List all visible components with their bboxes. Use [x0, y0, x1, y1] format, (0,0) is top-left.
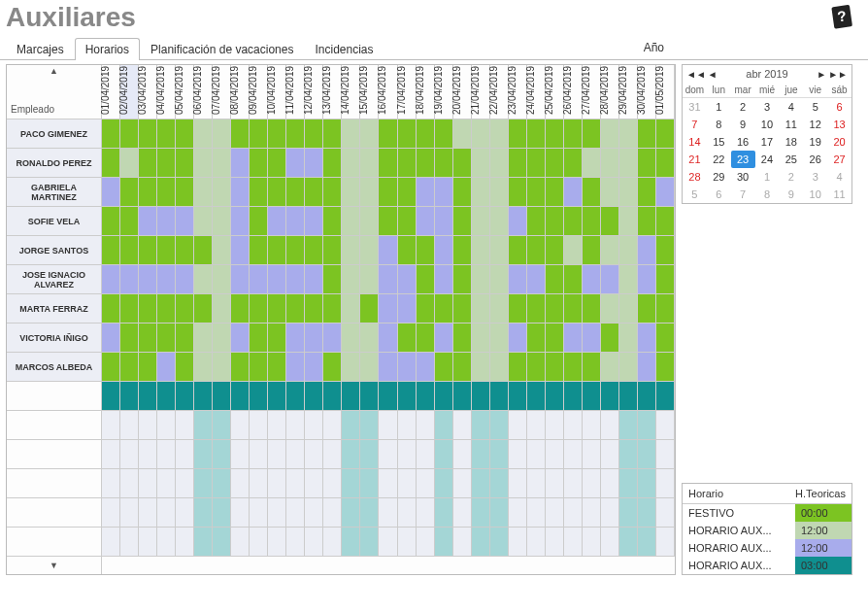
schedule-cell[interactable]	[656, 178, 675, 207]
schedule-cell[interactable]	[472, 440, 490, 469]
schedule-cell[interactable]	[194, 207, 213, 236]
schedule-cell[interactable]	[286, 178, 305, 207]
schedule-cell[interactable]	[305, 498, 323, 528]
schedule-cell[interactable]	[490, 528, 509, 557]
schedule-cell[interactable]	[176, 382, 194, 411]
schedule-cell[interactable]	[360, 294, 379, 324]
calendar-day[interactable]: 1	[707, 98, 731, 116]
schedule-cell[interactable]	[490, 236, 509, 265]
schedule-cell[interactable]	[398, 411, 417, 440]
schedule-cell[interactable]	[250, 353, 268, 382]
date-header[interactable]: 21/04/2019	[472, 65, 490, 119]
schedule-cell[interactable]	[435, 149, 453, 178]
schedule-cell[interactable]	[490, 498, 509, 528]
schedule-cell[interactable]	[546, 324, 564, 353]
schedule-cell[interactable]	[379, 528, 397, 557]
schedule-cell[interactable]	[490, 411, 509, 440]
schedule-cell[interactable]	[213, 236, 231, 265]
schedule-cell[interactable]	[509, 178, 527, 207]
schedule-cell[interactable]	[564, 411, 583, 440]
employee-cell[interactable]: GABRIELA MARTINEZ	[7, 178, 102, 207]
schedule-cell[interactable]	[102, 324, 120, 353]
schedule-cell[interactable]	[194, 119, 213, 149]
calendar-day[interactable]: 15	[707, 133, 731, 151]
schedule-cell[interactable]	[490, 265, 509, 294]
calendar-day[interactable]: 5	[683, 186, 707, 203]
tab-horarios[interactable]: Horarios	[75, 38, 140, 60]
legend-name[interactable]: HORARIO AUX...	[683, 522, 795, 539]
help-icon[interactable]: ?	[829, 2, 858, 31]
schedule-cell[interactable]	[305, 324, 323, 353]
calendar-day[interactable]: 17	[755, 133, 780, 151]
schedule-cell[interactable]	[656, 528, 675, 557]
schedule-cell[interactable]	[194, 324, 213, 353]
date-header[interactable]: 19/04/2019	[435, 65, 453, 119]
schedule-cell[interactable]	[360, 382, 379, 411]
schedule-cell[interactable]	[435, 178, 453, 207]
schedule-cell[interactable]	[139, 382, 157, 411]
employee-cell[interactable]: MARTA FERRAZ	[7, 294, 102, 324]
schedule-cell[interactable]	[472, 324, 490, 353]
schedule-cell[interactable]	[546, 149, 564, 178]
calendar-day[interactable]: 31	[683, 98, 707, 116]
employee-cell[interactable]: PACO GIMENEZ	[7, 119, 102, 149]
schedule-cell[interactable]	[527, 382, 546, 411]
schedule-cell[interactable]	[323, 207, 342, 236]
scroll-down-icon[interactable]: ▼	[7, 557, 102, 574]
schedule-cell[interactable]	[509, 207, 527, 236]
schedule-cell[interactable]	[638, 265, 656, 294]
schedule-cell[interactable]	[546, 382, 564, 411]
schedule-cell[interactable]	[656, 353, 675, 382]
schedule-cell[interactable]	[323, 149, 342, 178]
schedule-cell[interactable]	[213, 324, 231, 353]
legend-name[interactable]: FESTIVO	[683, 504, 795, 522]
schedule-cell[interactable]	[583, 353, 601, 382]
calendar-day[interactable]: 4	[827, 168, 851, 186]
schedule-cell[interactable]	[250, 498, 268, 528]
date-header[interactable]: 27/04/2019	[583, 65, 601, 119]
schedule-cell[interactable]	[417, 149, 435, 178]
schedule-cell[interactable]	[619, 353, 638, 382]
schedule-cell[interactable]	[342, 207, 360, 236]
schedule-cell[interactable]	[546, 265, 564, 294]
schedule-cell[interactable]	[398, 149, 417, 178]
calendar-day[interactable]: 7	[683, 116, 707, 133]
calendar-day[interactable]: 9	[731, 116, 755, 133]
schedule-cell[interactable]	[638, 178, 656, 207]
schedule-cell[interactable]	[360, 440, 379, 469]
schedule-cell[interactable]	[453, 178, 472, 207]
schedule-cell[interactable]	[379, 119, 397, 149]
schedule-cell[interactable]	[398, 265, 417, 294]
schedule-cell[interactable]	[213, 294, 231, 324]
calendar-day[interactable]: 11	[827, 186, 851, 203]
schedule-cell[interactable]	[176, 469, 194, 498]
schedule-cell[interactable]	[583, 440, 601, 469]
schedule-cell[interactable]	[398, 324, 417, 353]
schedule-cell[interactable]	[417, 382, 435, 411]
schedule-cell[interactable]	[527, 178, 546, 207]
schedule-cell[interactable]	[619, 119, 638, 149]
schedule-cell[interactable]	[213, 119, 231, 149]
schedule-cell[interactable]	[435, 294, 453, 324]
schedule-cell[interactable]	[379, 149, 397, 178]
date-header[interactable]: 17/04/2019	[398, 65, 417, 119]
schedule-cell[interactable]	[619, 469, 638, 498]
schedule-cell[interactable]	[601, 353, 619, 382]
schedule-cell[interactable]	[638, 353, 656, 382]
calendar-day[interactable]: 29	[707, 168, 731, 186]
schedule-cell[interactable]	[360, 178, 379, 207]
schedule-cell[interactable]	[176, 498, 194, 528]
calendar-day[interactable]: 1	[755, 168, 780, 186]
calendar-day[interactable]: 18	[779, 133, 803, 151]
schedule-cell[interactable]	[250, 411, 268, 440]
schedule-cell[interactable]	[583, 498, 601, 528]
date-header[interactable]: 25/04/2019	[546, 65, 564, 119]
schedule-cell[interactable]	[286, 324, 305, 353]
schedule-cell[interactable]	[231, 528, 250, 557]
schedule-cell[interactable]	[194, 236, 213, 265]
schedule-cell[interactable]	[398, 236, 417, 265]
schedule-cell[interactable]	[564, 469, 583, 498]
schedule-cell[interactable]	[398, 440, 417, 469]
employee-cell[interactable]: VICTORIA IÑIGO	[7, 324, 102, 353]
schedule-cell[interactable]	[102, 207, 120, 236]
